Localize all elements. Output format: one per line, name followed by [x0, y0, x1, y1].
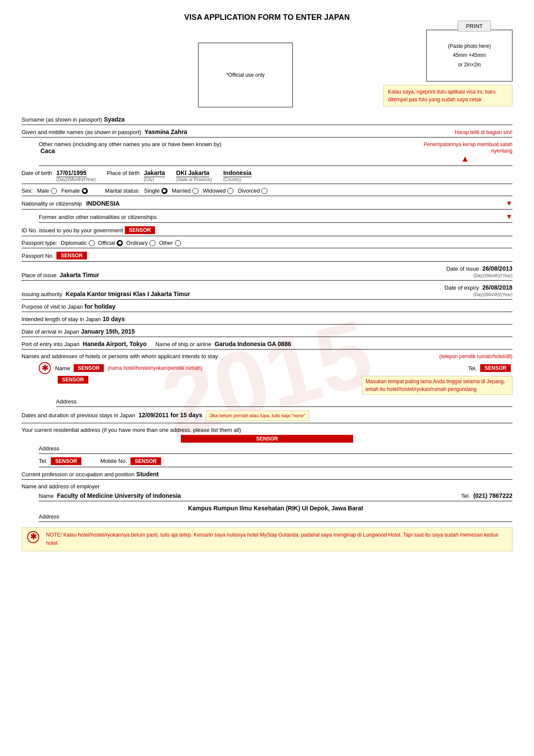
- port-value: Haneda Airport, Tokyo: [83, 341, 147, 347]
- other-names-label: Other names (including any other names y…: [39, 141, 221, 147]
- surname-value: Syadza: [104, 116, 124, 123]
- hotel-name-tel-row: ✱ Name SENSOR (nama hotel/hostel/ryokan/…: [39, 362, 512, 374]
- sex-male-option[interactable]: Male: [37, 187, 57, 194]
- employer-label: Name and address of employer: [22, 483, 99, 490]
- length-value: 10 days: [102, 316, 124, 322]
- tel-mobile-row: Tel. SENSOR Mobile No. SENSOR: [39, 457, 512, 467]
- marital-married-radio[interactable]: [192, 188, 199, 194]
- issuing-value: Kepala Kantor Imigrasi Klas I Jakarta Ti…: [65, 291, 190, 297]
- residential-heading: Your current residential address (if you…: [22, 427, 512, 433]
- employer-tel-col: Tel. (021) 7867222: [461, 492, 512, 499]
- passport-other-option[interactable]: Other: [159, 240, 181, 246]
- marital-widowed-radio[interactable]: [227, 188, 233, 194]
- mobile-sensor: SENSOR: [130, 457, 161, 465]
- other-names-annotation: Penempatannya kerap membuat salah nyenta…: [424, 141, 512, 154]
- length-label: Intended length of stay in Japan: [22, 316, 101, 322]
- marital-single-radio[interactable]: [161, 188, 168, 194]
- residential-address-row: Address: [39, 445, 512, 454]
- sex-female-option[interactable]: Female: [61, 187, 87, 194]
- purpose-row: Purpose of visit to Japan for holiday: [22, 303, 512, 312]
- employer-heading: Name and address of employer: [22, 483, 512, 490]
- passport-diplomatic-radio[interactable]: [89, 240, 95, 246]
- airline-col: Name of ship or airline Garuda Indonesia…: [155, 341, 291, 347]
- marital-divorced-option[interactable]: Divorced: [238, 187, 267, 194]
- employer-tel-value: (021) 7867222: [473, 492, 512, 499]
- airline-label: Name of ship or airline: [155, 341, 211, 347]
- hotel-name-sensor: SENSOR: [74, 364, 104, 372]
- nationality-value: INDONESIA: [86, 200, 120, 207]
- marital-widowed-option[interactable]: Widowed: [203, 187, 233, 194]
- marital-divorced-radio[interactable]: [261, 188, 267, 194]
- hotel-tel-label: Tel.: [468, 365, 477, 372]
- passport-official-option[interactable]: Official: [98, 240, 123, 246]
- hotels-label: Names and addresses of hotels or persons…: [22, 353, 218, 359]
- port-airline-row: Port of entry into Japan Haneda Airport,…: [22, 341, 512, 350]
- other-names-value: Caca: [40, 147, 55, 154]
- tel-label: Tel.: [39, 458, 47, 464]
- pob-country-sublabel: (Country): [223, 177, 241, 182]
- photo-box-line1: (Paste photo here): [448, 42, 491, 51]
- sex-male-radio[interactable]: [51, 188, 57, 194]
- tel-sensor: SENSOR: [51, 457, 81, 465]
- top-section: *Official use only (Paste photo here) 45…: [22, 30, 512, 107]
- passport-diplomatic-option[interactable]: Diplomatic: [61, 240, 95, 246]
- former-nationality-dropdown-icon[interactable]: ▼: [506, 213, 512, 221]
- print-button[interactable]: PRINT: [458, 21, 491, 31]
- expiry-value: 26/08/2018: [482, 284, 512, 291]
- hotel-name-sublabel: (nama hotel/hostel/ryokan/pemilik rumah): [107, 365, 202, 371]
- marital-divorced-label: Divorced: [238, 187, 260, 194]
- arrival-row: Date of arrival in Japan January 15th, 2…: [22, 328, 512, 337]
- hotel-address-row: SENSOR Masukan tempat paling lama Anda t…: [56, 376, 512, 395]
- given-names-annotation: Harap teliti di bagian sini!: [455, 129, 512, 135]
- pob-city: Jakarta: [144, 169, 165, 177]
- official-use-label: *Official use only: [226, 72, 264, 78]
- expiry-sublabel: (Day)/(Month)/(Year): [473, 292, 512, 297]
- passport-ordinary-option[interactable]: Ordinary: [126, 240, 155, 246]
- purpose-label: Purpose of visit to Japan: [22, 303, 83, 310]
- passport-ordinary-radio[interactable]: [149, 240, 155, 246]
- dob-sublabel: (Day)/(Month)/(Year): [56, 177, 96, 182]
- former-nationality-row: Former and/or other nationalities or cit…: [39, 213, 512, 223]
- hotel-address-sensor: SENSOR: [58, 376, 88, 384]
- residential-label: Your current residential address (if you…: [22, 427, 241, 433]
- mobile-label: Mobile No.: [100, 458, 127, 464]
- passport-official-radio[interactable]: [117, 240, 123, 246]
- expiry-col: Date of expiry 26/08/2018 (Day)/(Month)/…: [444, 284, 512, 297]
- passport-official-label: Official: [98, 240, 115, 246]
- nationality-dropdown-icon[interactable]: ▼: [506, 200, 512, 207]
- passport-type-row: Passport type: Diplomatic Official Ordin…: [22, 240, 512, 248]
- sex-female-label: Female: [61, 187, 80, 194]
- pob-state: DKI Jakarta: [176, 169, 209, 177]
- residential-address-label: Address: [39, 445, 59, 452]
- dob-pob-row: Date of birth 17/01/1995 (Day)/(Month)/(…: [22, 169, 512, 184]
- marital-single-label: Single: [144, 187, 159, 194]
- given-names-label: Given and middle names (as shown in pass…: [22, 129, 141, 135]
- mobile-col: Mobile No. SENSOR: [100, 457, 163, 465]
- marital-single-option[interactable]: Single: [144, 187, 167, 194]
- sex-label: Sex:: [22, 187, 33, 194]
- employer-name-col: Name Faculty of Medicine University of I…: [39, 492, 181, 499]
- issuing-col: Issuing authority Kepala Kantor Imigrasi…: [22, 291, 190, 297]
- place-issue-value: Jakarta Timur: [60, 272, 99, 278]
- arrival-value: January 15th, 2015: [81, 328, 135, 335]
- marital-married-option[interactable]: Married: [172, 187, 199, 194]
- former-nationality-label: Former and/or other nationalities or cit…: [39, 214, 157, 220]
- pob-country: Indonesia: [223, 169, 251, 177]
- length-row: Intended length of stay in Japan 10 days: [22, 316, 512, 325]
- previous-stays-note: Jika belum pernah atau lupa, tulis saja …: [206, 410, 309, 421]
- given-names-row: Given and middle names (as shown in pass…: [22, 128, 512, 137]
- sex-female-radio[interactable]: [82, 188, 88, 194]
- previous-stays-row: Dates and duration of previous stays in …: [22, 410, 512, 423]
- id-no-label: ID No. issued to you by your government: [22, 227, 123, 234]
- hotel-name-label: Name: [55, 365, 70, 372]
- employer-name-value: Faculty of Medicine University of Indone…: [57, 492, 181, 499]
- marital-widowed-label: Widowed: [203, 187, 226, 194]
- hotel-star-icon: ✱: [39, 362, 51, 374]
- hotels-heading: Names and addresses of hotels or persons…: [22, 353, 512, 359]
- passport-other-radio[interactable]: [175, 240, 181, 246]
- pob-state-sublabel: (State or Province): [176, 177, 212, 182]
- official-use-box: *Official use only: [198, 43, 293, 107]
- surname-row: Surname (as shown in passport) Syadza: [22, 116, 512, 125]
- employer-address-value: Kampus Rumpun Ilmu Kesehatan (RIK) UI De…: [188, 505, 363, 512]
- bottom-star-icon: ✱: [27, 531, 39, 543]
